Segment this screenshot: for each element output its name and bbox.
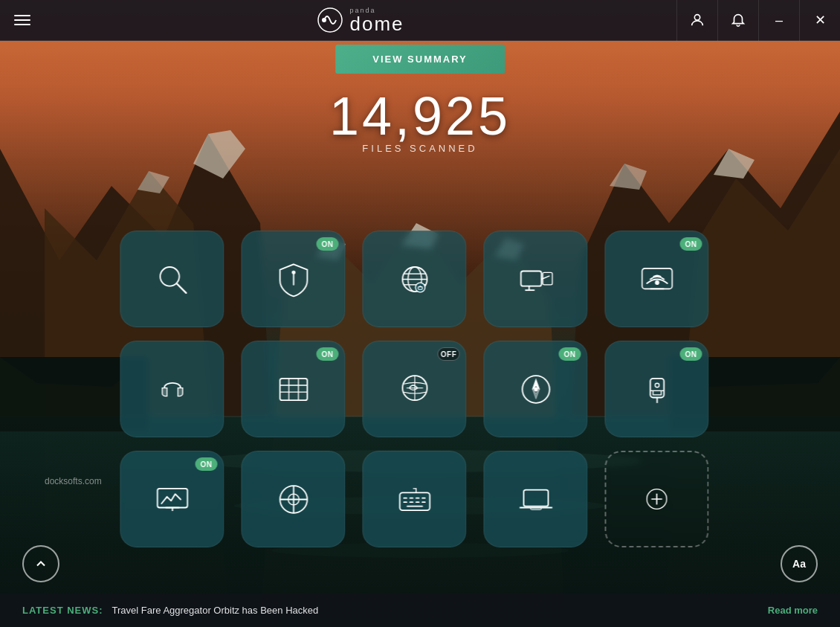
usb-badge: ON — [680, 347, 702, 361]
chevron-up-icon — [33, 556, 48, 571]
minimize-icon: – — [775, 13, 783, 28]
svg-point-43 — [655, 280, 659, 284]
minimize-button[interactable]: – — [758, 0, 799, 41]
font-settings-button[interactable]: Aa — [781, 545, 818, 582]
svg-point-34 — [415, 283, 424, 292]
devices-tile[interactable] — [484, 231, 588, 327]
svg-rect-79 — [530, 507, 541, 509]
font-icon: Aa — [792, 558, 806, 570]
news-label: LATEST NEWS: — [22, 605, 103, 616]
wifi-tile[interactable]: ON — [605, 231, 709, 327]
firewall-tile[interactable]: ON — [242, 341, 346, 437]
svg-point-59 — [655, 383, 659, 388]
svg-rect-45 — [280, 378, 307, 399]
protection-icon — [273, 259, 314, 300]
web-filter-tile[interactable] — [363, 231, 467, 327]
compass-badge: ON — [559, 347, 581, 361]
scan-tile[interactable] — [120, 231, 224, 327]
svg-point-55 — [534, 388, 537, 391]
close-button[interactable]: ✕ — [799, 0, 840, 41]
lifelock-icon — [273, 479, 314, 520]
support-icon — [152, 369, 193, 410]
usb-icon — [636, 369, 677, 410]
laptop-icon — [515, 479, 556, 520]
scan-icon — [152, 259, 193, 300]
svg-rect-77 — [523, 489, 548, 506]
notifications-button[interactable] — [717, 0, 758, 41]
news-bar: LATEST NEWS: Travel Fare Aggregator Orbi… — [0, 594, 840, 627]
protection-badge: ON — [317, 237, 339, 251]
svg-rect-37 — [520, 271, 541, 286]
features-grid: ON ON — [120, 231, 720, 555]
read-more-link[interactable]: Read more — [768, 605, 818, 616]
firewall-badge: ON — [317, 347, 339, 361]
monitor-tile[interactable]: ON — [120, 451, 224, 547]
lifelock-tile[interactable] — [242, 451, 346, 547]
scroll-up-button[interactable] — [22, 545, 59, 582]
logo-icon — [317, 7, 343, 33]
wifi-icon — [636, 259, 677, 300]
svg-line-26 — [176, 283, 186, 293]
monitor-icon — [152, 479, 193, 520]
protection-tile[interactable]: ON — [242, 231, 346, 327]
add-tile[interactable] — [605, 451, 709, 547]
files-count: 14,925 — [329, 86, 511, 147]
user-button[interactable] — [676, 0, 717, 41]
menu-button[interactable] — [0, 15, 45, 25]
laptop-tile[interactable] — [484, 451, 588, 547]
app-logo: panda dome — [45, 7, 676, 33]
monitor-badge: ON — [196, 457, 218, 471]
keyboard-tile[interactable] — [363, 451, 467, 547]
safe-browse-badge: OFF — [438, 347, 460, 361]
add-icon — [642, 484, 672, 514]
user-icon — [689, 12, 705, 28]
watermark: docksofts.com — [45, 476, 102, 486]
safe-browse-icon — [394, 369, 435, 410]
close-icon: ✕ — [815, 12, 826, 28]
web-filter-icon — [394, 259, 435, 300]
hamburger-icon — [14, 15, 30, 25]
devices-icon — [515, 259, 556, 300]
compass-tile[interactable]: ON — [484, 341, 588, 437]
view-summary-button[interactable]: VIEW SUMMARY — [335, 45, 505, 74]
wifi-badge: ON — [680, 237, 702, 251]
svg-point-24 — [694, 15, 700, 20]
app-title: dome — [349, 14, 404, 33]
safe-browse-tile[interactable]: OFF — [363, 341, 467, 437]
compass-icon — [515, 369, 556, 410]
svg-point-28 — [292, 271, 295, 274]
support-tile[interactable] — [120, 341, 224, 437]
files-scanned-section: 14,925 FILES SCANNED — [329, 86, 511, 154]
bell-icon — [730, 12, 746, 28]
usb-tile[interactable]: ON — [605, 341, 709, 437]
firewall-icon — [273, 369, 314, 410]
news-text: Travel Fare Aggregator Orbitz has Been H… — [112, 605, 759, 616]
keyboard-icon — [394, 479, 435, 520]
svg-point-23 — [322, 18, 326, 22]
window-controls: – ✕ — [676, 0, 840, 41]
titlebar: panda dome – ✕ — [0, 0, 840, 41]
